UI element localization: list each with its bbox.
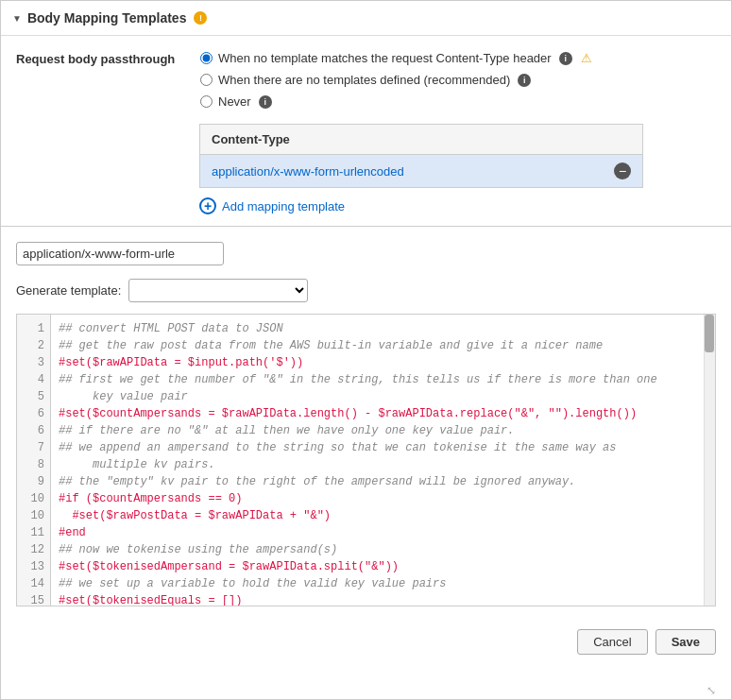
line-number: 10 xyxy=(17,490,50,507)
code-line: multiple kv pairs. xyxy=(59,456,707,473)
add-plus-icon[interactable]: + xyxy=(199,197,216,214)
passthrough-option-2-info[interactable]: i xyxy=(518,74,531,87)
line-number: 7 xyxy=(17,439,50,456)
line-number: 1 xyxy=(17,320,50,337)
section-header: ▼ Body Mapping Templates ! xyxy=(1,1,731,36)
code-line: ## we append an ampersand to the string … xyxy=(59,439,707,456)
code-line: ## if there are no "&" at all then we ha… xyxy=(59,422,707,439)
code-line: ## we set up a variable to hold the vali… xyxy=(59,575,707,592)
line-number: 13 xyxy=(17,558,50,575)
passthrough-option-1: When no template matches the request Con… xyxy=(200,51,592,65)
content-type-table: Content-Type application/x-www-form-urle… xyxy=(199,124,643,188)
passthrough-radio-1[interactable] xyxy=(200,52,213,64)
line-number: 8 xyxy=(17,456,50,473)
code-line: ## the "empty" kv pair to the right of t… xyxy=(59,473,707,490)
content-type-input[interactable] xyxy=(16,242,224,265)
line-number: 14 xyxy=(17,575,50,592)
passthrough-option-1-info[interactable]: i xyxy=(559,52,572,65)
line-number: 6 xyxy=(17,405,50,422)
content-type-input-section xyxy=(1,236,731,275)
passthrough-section: Request body passthrough When no templat… xyxy=(1,36,731,116)
save-button[interactable]: Save xyxy=(655,629,716,655)
passthrough-radio-2[interactable] xyxy=(200,74,213,86)
line-number: 11 xyxy=(17,524,50,541)
section-title: Body Mapping Templates xyxy=(27,10,187,26)
passthrough-option-1-label: When no template matches the request Con… xyxy=(218,51,552,65)
line-number: 6 xyxy=(17,422,50,439)
passthrough-option-1-warning: ⚠ xyxy=(581,51,592,65)
resize-handle[interactable]: ⤡ xyxy=(706,684,716,697)
code-line: #end xyxy=(59,524,707,541)
line-number: 12 xyxy=(17,541,50,558)
code-content[interactable]: ## convert HTML POST data to JSON## get … xyxy=(51,315,715,606)
code-line: ## get the raw post data from the AWS bu… xyxy=(59,337,707,354)
bottom-buttons: Cancel Save xyxy=(1,622,731,666)
scrollbar[interactable] xyxy=(704,315,715,606)
code-line: key value pair xyxy=(59,388,707,405)
code-line: ## now we tokenise using the ampersand(s… xyxy=(59,541,707,558)
passthrough-option-2: When there are no templates defined (rec… xyxy=(200,73,592,87)
line-numbers: 1234566789101011121314151617181920 xyxy=(17,315,51,606)
ct-table-header: Content-Type xyxy=(200,125,642,155)
line-number: 2 xyxy=(17,337,50,354)
code-line: #set($rawPostData = $rawAPIData + "&") xyxy=(59,507,707,524)
passthrough-radio-3[interactable] xyxy=(200,95,213,108)
cancel-button[interactable]: Cancel xyxy=(577,629,647,655)
add-mapping-link[interactable]: Add mapping template xyxy=(222,199,345,213)
generate-template-section: Generate template: xyxy=(1,275,731,310)
section-info-dot[interactable]: ! xyxy=(194,11,207,25)
passthrough-option-3-label: Never xyxy=(218,94,251,109)
code-line: ## convert HTML POST data to JSON xyxy=(59,320,707,337)
line-number: 15 xyxy=(17,592,50,606)
line-number: 3 xyxy=(17,354,50,371)
generate-template-select[interactable] xyxy=(128,279,308,302)
code-line: #set($tokenisedAmpersand = $rawAPIData.s… xyxy=(59,558,707,575)
passthrough-label: Request body passthrough xyxy=(16,51,200,66)
section-divider xyxy=(1,226,731,227)
line-number: 4 xyxy=(17,371,50,388)
code-line: ## first we get the number of "&" in the… xyxy=(59,371,707,388)
passthrough-option-3-info[interactable]: i xyxy=(259,95,272,109)
add-mapping-row: + Add mapping template xyxy=(199,197,716,214)
passthrough-options: When no template matches the request Con… xyxy=(200,51,592,109)
passthrough-option-3: Never i xyxy=(200,94,592,109)
generate-template-label: Generate template: xyxy=(16,283,121,298)
code-line: #set($tokenisedEquals = []) xyxy=(59,592,707,606)
line-number: 5 xyxy=(17,388,50,405)
code-line: #set($rawAPIData = $input.path('$')) xyxy=(59,354,707,371)
scrollbar-thumb[interactable] xyxy=(705,315,714,352)
code-line: #set($countAmpersands = $rawAPIData.leng… xyxy=(59,405,707,422)
passthrough-option-2-label: When there are no templates defined (rec… xyxy=(218,73,510,87)
code-editor[interactable]: 1234566789101011121314151617181920 ## co… xyxy=(16,314,716,606)
main-container: ▼ Body Mapping Templates ! Request body … xyxy=(0,0,732,700)
ct-table-row: application/x-www-form-urlencoded − xyxy=(200,155,642,187)
line-number: 10 xyxy=(17,507,50,524)
ct-remove-button[interactable]: − xyxy=(614,162,631,179)
ct-row-link[interactable]: application/x-www-form-urlencoded xyxy=(212,164,404,179)
line-number: 9 xyxy=(17,473,50,490)
code-line: #if ($countAmpersands == 0) xyxy=(59,490,707,507)
collapse-icon[interactable]: ▼ xyxy=(12,13,22,24)
